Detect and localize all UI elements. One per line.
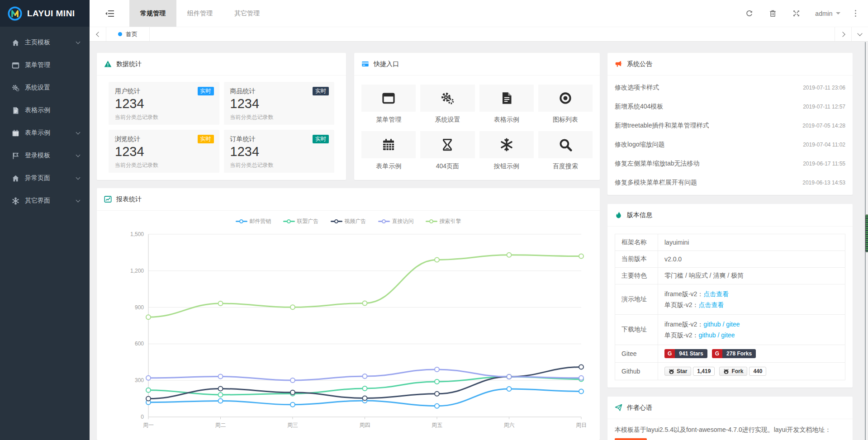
tab-operations-dropdown[interactable] (851, 27, 868, 41)
link-点击查看[interactable]: 点击查看 (703, 290, 729, 298)
version-link-line: iframe版-v2：github / gitee (664, 319, 839, 330)
link-github[interactable]: github (703, 321, 721, 328)
content-scrollbar (865, 42, 868, 440)
sidebar-item-table-demo[interactable]: 表格示例 (0, 99, 90, 122)
sidebar-item-label: 菜单管理 (25, 61, 50, 69)
quick-entry-form[interactable]: 表单示例 (361, 131, 416, 170)
legend-label: 搜索引擎 (440, 218, 461, 225)
link-prefix: iframe版-v2： (664, 321, 703, 328)
stat-box[interactable]: 用户统计实时1234当前分类总记录数 (109, 82, 219, 125)
gitee-badge[interactable]: G278 Forks (712, 349, 756, 358)
tab-scroll-right-button[interactable] (835, 27, 851, 41)
legend-item-视频广告[interactable]: 视频广告 (331, 218, 366, 225)
clear-cache-button[interactable] (761, 9, 784, 17)
author-card: 作者心语 本模板基于layui2.5.4以及font-awesome-4.7.0… (607, 397, 853, 440)
legend-circle (239, 219, 243, 223)
chevron-right-icon (840, 32, 845, 37)
search-icon (559, 138, 572, 151)
chevron-down-icon (76, 130, 81, 134)
link-gitee[interactable]: gitee (721, 331, 735, 339)
announcement-item[interactable]: 修复左侧菜单缩放tab无法移动2019-06-17 11:55 (615, 154, 845, 173)
quick-entry-button[interactable]: 按钮示例 (479, 131, 534, 170)
legend-item-搜索引擎[interactable]: 搜索引擎 (426, 218, 461, 225)
link-点击查看[interactable]: 点击查看 (698, 301, 724, 308)
svg-text:周六: 周六 (504, 422, 515, 428)
fullscreen-button[interactable] (784, 9, 808, 17)
realtime-badge: 实时 (198, 135, 214, 143)
announcement-text: 修改选项卡样式 (615, 84, 659, 92)
sidebar-toggle-button[interactable] (90, 0, 129, 27)
stat-box[interactable]: 商品统计实时1234当前分类总记录数 (224, 82, 335, 125)
header-tab-general[interactable]: 常规管理 (129, 0, 176, 27)
version-table-body: 框架名称layuimini当前版本v2.0.0主要特色零门槛 / 响应式 / 清… (615, 234, 845, 380)
user-menu[interactable]: admin (808, 10, 847, 17)
announcement-item[interactable]: 修改选项卡样式2019-07-11 23:06 (615, 78, 845, 97)
report-card: 报表统计 邮件营销联盟广告视频广告直接访问搜索引擎 03006009001,20… (97, 188, 600, 440)
gitee-badge[interactable]: G941 Stars (664, 349, 707, 358)
megaphone-icon (615, 60, 622, 68)
sidebar-item-label: 主页模板 (25, 38, 50, 47)
chevron-down-icon (76, 175, 81, 180)
realtime-badge: 实时 (198, 87, 214, 95)
stat-box[interactable]: 订单统计实时1234当前分类总记录数 (224, 130, 335, 173)
octocat-icon (669, 369, 674, 374)
sidebar-item-login-template[interactable]: 登录模板 (0, 144, 90, 167)
github-widget: Star1,419 (664, 367, 715, 376)
sidebar-item-home-template[interactable]: 主页模板 (0, 31, 90, 54)
quick-entry-icon-list[interactable]: 图标列表 (538, 85, 593, 124)
more-options-button[interactable] (848, 10, 864, 17)
svg-text:周二: 周二 (215, 422, 226, 428)
github-fork-button[interactable]: Fork (719, 367, 747, 376)
tab-home[interactable]: 首页 (106, 27, 150, 41)
quick-entry-icon-box (538, 85, 593, 112)
link-gitee[interactable]: gitee (726, 321, 740, 328)
svg-text:1,200: 1,200 (130, 268, 144, 274)
sidebar-item-menu-manage[interactable]: 菜单管理 (0, 54, 90, 76)
announcement-item[interactable]: 修复多模块菜单栏展开有问题2019-06-13 14:53 (615, 173, 845, 192)
stat-box[interactable]: 浏览统计实时1234当前分类总记录数 (109, 130, 219, 173)
header-tab-other[interactable]: 其它管理 (223, 0, 270, 27)
author-header: 作者心语 (607, 397, 853, 419)
gears-icon (441, 91, 454, 105)
sidebar-item-error-page[interactable]: 异常页面 (0, 167, 90, 189)
quick-entry-menu[interactable]: 菜单管理 (361, 85, 416, 124)
sidebar-item-system-setting[interactable]: 系统设置 (0, 76, 90, 99)
version-row-value: layuimini (658, 234, 845, 251)
layui-doc-badge[interactable]: layui文档 (615, 438, 647, 440)
announcement-text: 修复左侧菜单缩放tab无法移动 (615, 160, 699, 168)
author-body: 本模板基于layui2.5.4以及font-awesome-4.7.0进行实现。… (607, 419, 853, 440)
logo[interactable]: LAYUI MINI (0, 0, 90, 27)
header-tab-component[interactable]: 组件管理 (176, 0, 223, 27)
sidebar-item-form-demo[interactable]: 表单示例 (0, 122, 90, 144)
svg-text:900: 900 (135, 304, 144, 311)
link-github[interactable]: github (698, 331, 716, 339)
announcement-item[interactable]: 修改logo缩放问题2019-07-04 11:02 (615, 135, 845, 154)
header-actions: admin (737, 0, 868, 27)
quick-entry-page404[interactable]: 404页面 (420, 131, 474, 170)
sidebar-item-other-ui[interactable]: 其它界面 (0, 189, 90, 212)
announcement-date: 2019-07-11 23:06 (803, 85, 845, 91)
quick-entry-label: 菜单管理 (361, 116, 416, 124)
legend-item-直接访问[interactable]: 直接访问 (378, 218, 414, 225)
legend-item-联盟广告[interactable]: 联盟广告 (283, 218, 319, 225)
topbar: 常规管理组件管理其它管理 (90, 0, 868, 27)
version-row-value: v2.0.0 (658, 251, 845, 268)
quick-entry-table[interactable]: 表格示例 (479, 85, 534, 124)
tab-scroll-left-button[interactable] (90, 27, 106, 41)
version-row: GithubStar1,419Fork440 (615, 363, 845, 380)
announcement-item[interactable]: 新增系统404模板2019-07-11 12:57 (615, 97, 845, 116)
announcement-item[interactable]: 新增treetable插件和菜单管理样式2019-07-05 14:28 (615, 116, 845, 135)
github-star-button[interactable]: Star (664, 367, 691, 376)
version-row: 下载地址iframe版-v2：github / gitee单页版-v2：gith… (615, 315, 845, 345)
github-count[interactable]: 1,419 (693, 367, 715, 376)
refresh-button[interactable] (737, 9, 761, 17)
quick-entry-baidu[interactable]: 百度搜索 (538, 131, 593, 170)
legend-item-邮件营销[interactable]: 邮件营销 (236, 218, 271, 225)
quick-entry-setting[interactable]: 系统设置 (420, 85, 474, 124)
version-link-line: 单页版-v2：github / gitee (664, 330, 839, 341)
github-count[interactable]: 440 (749, 367, 766, 376)
sidebar-item-label: 表格示例 (25, 106, 50, 114)
scrollbar-thumb[interactable] (865, 214, 868, 252)
legend-label: 邮件营销 (250, 218, 271, 225)
gitee-badge-label: 278 Forks (722, 349, 756, 358)
